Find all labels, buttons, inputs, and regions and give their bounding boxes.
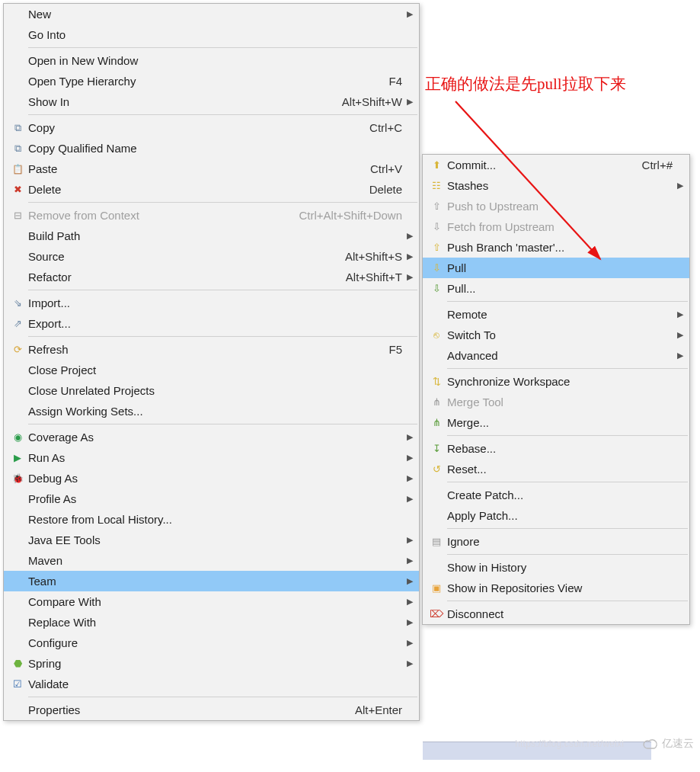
menu1-item-source[interactable]: SourceAlt+Shift+S▶ xyxy=(4,246,419,267)
menu1-item-profile-as[interactable]: Profile As▶ xyxy=(4,489,419,509)
menu2-item-remote[interactable]: Remote▶ xyxy=(423,304,689,325)
merge-tool-icon: ⋔ xyxy=(433,397,441,407)
menu-item-label: Run As xyxy=(28,451,402,464)
menu2-item-push-branch-master[interactable]: ⇧Push Branch 'master'... xyxy=(423,237,689,258)
delete-icon: ✖ xyxy=(14,184,22,194)
pull-icon: ⇩ xyxy=(433,263,441,273)
menu2-item-merge[interactable]: ⋔Merge... xyxy=(423,412,689,433)
submenu-arrow-icon: ▶ xyxy=(402,556,413,565)
menu-item-label: Synchronize Workspace xyxy=(447,375,673,388)
sync-icon: ⇅ xyxy=(433,376,441,386)
menu-item-label: Team xyxy=(28,575,402,588)
ignore-icon: ▤ xyxy=(432,537,441,546)
menu1-item-go-into[interactable]: Go Into xyxy=(4,24,419,45)
icon-slot: 📋 xyxy=(7,165,28,174)
menu-item-label: Show in History xyxy=(447,561,673,574)
menu2-item-pull[interactable]: ⇩Pull... xyxy=(423,278,689,299)
menu2-item-ignore[interactable]: ▤Ignore xyxy=(423,531,689,552)
menu1-item-debug-as[interactable]: 🐞Debug As▶ xyxy=(4,468,419,489)
menu-item-label: Paste xyxy=(28,162,361,175)
submenu-arrow-icon: ▶ xyxy=(402,231,413,241)
icon-slot: ▤ xyxy=(426,537,447,546)
menu-separator xyxy=(28,114,417,115)
menu-item-label: Disconnect xyxy=(447,607,673,620)
submenu-arrow-icon: ▶ xyxy=(402,453,413,463)
menu-item-shortcut: Alt+Enter xyxy=(355,703,402,716)
menu2-item-stashes[interactable]: ☷Stashes▶ xyxy=(423,175,689,196)
menu1-item-delete[interactable]: ✖DeleteDelete xyxy=(4,179,419,200)
menu1-item-team[interactable]: Team▶ xyxy=(4,571,419,591)
menu1-item-configure[interactable]: Configure▶ xyxy=(4,633,419,653)
menu1-item-restore-from-local-history[interactable]: Restore from Local History... xyxy=(4,509,419,530)
menu2-item-advanced[interactable]: Advanced▶ xyxy=(423,345,689,366)
menu1-item-build-path[interactable]: Build Path▶ xyxy=(4,226,419,246)
icon-slot: ⬣ xyxy=(7,658,28,668)
menu2-item-reset[interactable]: ↺Reset... xyxy=(423,459,689,479)
menu1-item-validate[interactable]: ☑Validate xyxy=(4,674,419,694)
menu1-item-close-project[interactable]: Close Project xyxy=(4,360,419,380)
menu2-item-pull[interactable]: ⇩Pull xyxy=(423,258,689,278)
menu-item-label: Commit... xyxy=(447,159,633,171)
submenu-arrow-icon: ▶ xyxy=(402,597,413,607)
menu1-item-paste[interactable]: 📋PasteCtrl+V xyxy=(4,159,419,179)
icon-slot: ⎋ xyxy=(426,330,447,340)
menu2-item-switch-to[interactable]: ⎋Switch To▶ xyxy=(423,325,689,345)
icon-slot: ⇩ xyxy=(426,283,447,293)
menu1-item-run-as[interactable]: ▶Run As▶ xyxy=(4,447,419,468)
menu-item-label: Refresh xyxy=(28,343,379,356)
menu1-item-show-in[interactable]: Show InAlt+Shift+W▶ xyxy=(4,91,419,112)
menu1-item-compare-with[interactable]: Compare With▶ xyxy=(4,591,419,612)
menu2-item-apply-patch[interactable]: Apply Patch... xyxy=(423,505,689,526)
menu-item-shortcut: F5 xyxy=(388,343,402,356)
menu-item-label: Apply Patch... xyxy=(447,509,673,522)
icon-slot: ☑ xyxy=(7,679,28,689)
menu1-item-open-in-new-window[interactable]: Open in New Window xyxy=(4,50,419,71)
icon-slot: ⊟ xyxy=(7,210,28,220)
menu1-item-refresh[interactable]: ⟳RefreshF5 xyxy=(4,339,419,360)
menu-item-label: Close Project xyxy=(28,364,402,376)
menu2-item-commit[interactable]: ⬆Commit...Ctrl+# xyxy=(423,155,689,175)
menu-item-label: Delete xyxy=(28,183,360,196)
icon-slot: ⇩ xyxy=(426,263,447,273)
menu1-item-java-ee-tools[interactable]: Java EE Tools▶ xyxy=(4,530,419,550)
menu1-item-spring[interactable]: ⬣Spring▶ xyxy=(4,653,419,674)
rebase-icon: ↧ xyxy=(433,444,441,453)
menu2-item-create-patch[interactable]: Create Patch... xyxy=(423,485,689,505)
menu2-item-show-in-history[interactable]: Show in History xyxy=(423,557,689,578)
validate-icon: ☑ xyxy=(13,679,22,689)
menu-item-label: Push Branch 'master'... xyxy=(447,241,673,254)
menu-item-label: Open in New Window xyxy=(28,54,402,67)
menu1-item-new[interactable]: New▶ xyxy=(4,4,419,24)
menu-item-label: Validate xyxy=(28,678,402,690)
menu1-item-copy[interactable]: ⧉CopyCtrl+C xyxy=(4,117,419,138)
menu-item-label: Create Patch... xyxy=(447,489,673,501)
menu1-item-maven[interactable]: Maven▶ xyxy=(4,550,419,571)
menu1-item-export[interactable]: ⇗Export... xyxy=(4,313,419,334)
menu1-item-assign-working-sets[interactable]: Assign Working Sets... xyxy=(4,401,419,421)
submenu-arrow-icon: ▶ xyxy=(402,617,413,627)
menu2-item-disconnect[interactable]: ⌦Disconnect xyxy=(423,604,689,624)
icon-slot: ⇘ xyxy=(7,298,28,308)
menu2-item-fetch-from-upstream: ⇩Fetch from Upstream xyxy=(423,216,689,237)
icon-slot: 🐞 xyxy=(7,474,28,483)
menu-separator xyxy=(28,290,417,290)
menu-separator xyxy=(447,554,688,555)
menu1-item-close-unrelated-projects[interactable]: Close Unrelated Projects xyxy=(4,380,419,401)
submenu-arrow-icon: ▶ xyxy=(402,638,413,648)
menu1-item-import[interactable]: ⇘Import... xyxy=(4,293,419,313)
menu1-item-open-type-hierarchy[interactable]: Open Type HierarchyF4 xyxy=(4,71,419,91)
menu-separator xyxy=(28,47,417,48)
menu1-item-coverage-as[interactable]: ◉Coverage As▶ xyxy=(4,427,419,447)
submenu-arrow-icon: ▶ xyxy=(402,272,413,282)
menu-separator xyxy=(28,202,417,203)
menu1-item-copy-qualified-name[interactable]: ⧉Copy Qualified Name xyxy=(4,138,419,159)
menu-item-label: Source xyxy=(28,250,336,263)
context-menu-team: ⬆Commit...Ctrl+#☷Stashes▶⇧Push to Upstre… xyxy=(422,154,690,625)
menu1-item-properties[interactable]: PropertiesAlt+Enter xyxy=(4,700,419,720)
menu2-item-rebase[interactable]: ↧Rebase... xyxy=(423,438,689,459)
menu1-item-refactor[interactable]: RefactorAlt+Shift+T▶ xyxy=(4,267,419,287)
menu1-item-replace-with[interactable]: Replace With▶ xyxy=(4,612,419,633)
menu2-item-show-in-repositories-view[interactable]: ▣Show in Repositories View xyxy=(423,578,689,598)
menu2-item-push-to-upstream: ⇧Push to Upstream xyxy=(423,196,689,216)
menu2-item-synchronize-workspace[interactable]: ⇅Synchronize Workspace xyxy=(423,371,689,392)
